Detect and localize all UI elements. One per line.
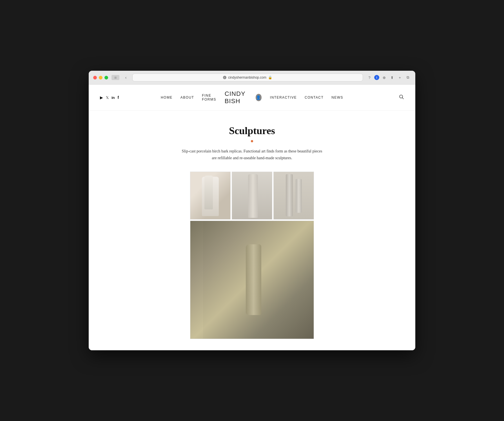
- share-icon[interactable]: ⬆: [389, 74, 395, 81]
- gallery-row-top: [190, 172, 314, 220]
- svg-line-1: [402, 98, 404, 99]
- maximize-button[interactable]: [104, 76, 108, 79]
- lock-icon: 🔒: [268, 76, 272, 79]
- main-nav: HOME ABOUT FINE FORMS CINDY BISH👤 INTERA…: [161, 90, 343, 105]
- title-accent-dot: [251, 140, 253, 142]
- info-button[interactable]: i: [374, 75, 379, 80]
- browser-actions: ? i ⊕ ⬆ + ⧉: [366, 74, 411, 81]
- nav-home[interactable]: HOME: [161, 96, 173, 99]
- extensions-icon[interactable]: ⊕: [381, 74, 387, 81]
- browser-titlebar: ⊞ ‹ C cindyshermanbishop.com 🔒 ? i ⊕ ⬆ +…: [89, 71, 415, 85]
- url-text: cindyshermanbishop.com: [228, 76, 266, 79]
- page-title: Sculptures: [229, 125, 275, 137]
- close-button[interactable]: [93, 76, 97, 79]
- tabs-icon[interactable]: ⧉: [405, 74, 411, 81]
- help-icon[interactable]: ?: [366, 74, 373, 81]
- site-header: ▶ 𝕏 in f HOME ABOUT FINE FORMS CINDY BIS…: [89, 85, 415, 111]
- nav-fine-forms[interactable]: FINE FORMS: [202, 94, 216, 101]
- youtube-icon[interactable]: ▶: [100, 95, 103, 100]
- page-description: Slip-cast porcelain birch bark replicas.…: [182, 148, 322, 161]
- site-logo[interactable]: CINDY BISH👤: [225, 90, 262, 105]
- nav-right: INTERACTIVE CONTACT NEWS: [270, 96, 343, 99]
- new-tab-icon[interactable]: +: [397, 74, 403, 81]
- nav-contact[interactable]: CONTACT: [305, 96, 324, 99]
- window-toggle-button[interactable]: ⊞: [111, 75, 119, 80]
- nav-interactive[interactable]: INTERACTIVE: [270, 96, 297, 99]
- site-icon: C: [223, 76, 226, 79]
- social-icons: ▶ 𝕏 in f: [100, 95, 161, 100]
- website-content: ▶ 𝕏 in f HOME ABOUT FINE FORMS CINDY BIS…: [89, 85, 415, 350]
- linkedin-icon[interactable]: in: [111, 96, 115, 100]
- logo-avatar: 👤: [256, 94, 262, 101]
- twitter-icon[interactable]: 𝕏: [106, 96, 109, 100]
- nav-news[interactable]: NEWS: [331, 96, 343, 99]
- facebook-icon[interactable]: f: [118, 95, 119, 100]
- minimize-button[interactable]: [99, 76, 102, 79]
- gallery-image-2[interactable]: [232, 172, 272, 220]
- main-content: Sculptures Slip-cast porcelain birch bar…: [89, 111, 415, 350]
- gallery-image-3[interactable]: [273, 172, 314, 220]
- gallery-image-1[interactable]: [190, 172, 231, 220]
- sculpture-gallery: [190, 172, 314, 339]
- back-button[interactable]: ‹: [123, 74, 129, 81]
- nav-about[interactable]: ABOUT: [180, 96, 194, 99]
- header-search: [343, 94, 404, 101]
- search-icon[interactable]: [399, 94, 404, 101]
- traffic-lights: [93, 76, 108, 79]
- nav-left: HOME ABOUT FINE FORMS: [161, 94, 216, 101]
- logo-text-cindy: CINDY BISH: [225, 90, 255, 105]
- browser-window: ⊞ ‹ C cindyshermanbishop.com 🔒 ? i ⊕ ⬆ +…: [89, 71, 415, 350]
- gallery-image-large[interactable]: [190, 221, 314, 339]
- address-bar[interactable]: C cindyshermanbishop.com 🔒: [132, 74, 363, 81]
